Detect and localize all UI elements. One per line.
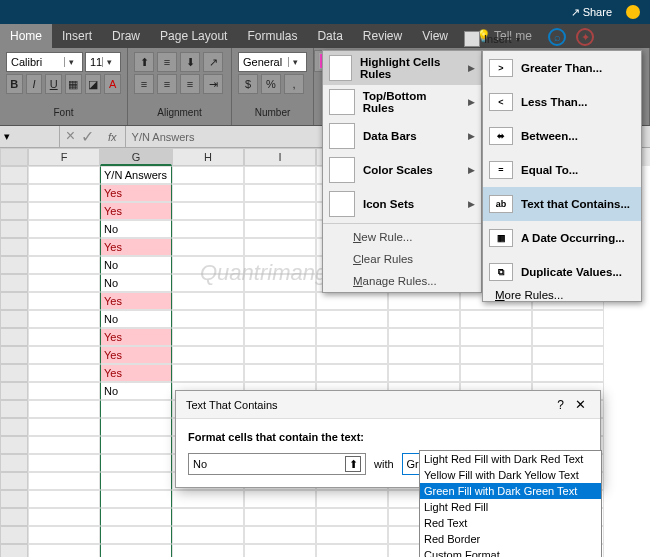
cell[interactable] [28,526,100,544]
row-header[interactable] [0,202,28,220]
row-header[interactable] [0,400,28,418]
cf-menu-item[interactable]: Top/Bottom Rules▶ [323,85,481,119]
row-header[interactable] [0,526,28,544]
highlight-rule-item[interactable]: ⧉Duplicate Values... [483,255,641,289]
cell[interactable] [172,202,244,220]
cf-menu-item[interactable]: Color Scales▶ [323,153,481,187]
cell[interactable] [388,328,460,346]
tab-home[interactable]: Home [0,24,52,48]
format-option[interactable]: Green Fill with Dark Green Text [420,483,601,499]
cell[interactable] [244,184,316,202]
cell[interactable] [28,364,100,382]
cell[interactable] [100,508,172,526]
cell[interactable] [100,526,172,544]
italic-button[interactable]: I [26,74,43,94]
align-left-button[interactable]: ≡ [134,74,154,94]
row-header[interactable] [0,508,28,526]
cell[interactable] [28,544,100,557]
row-header[interactable] [0,328,28,346]
more-rules-item[interactable]: More Rules... [483,289,641,301]
fill-color-button[interactable]: ◪ [85,74,102,94]
highlight-rule-item[interactable]: abText that Contains... [483,187,641,221]
cell[interactable] [28,472,100,490]
format-option[interactable]: Yellow Fill with Dark Yellow Text [420,467,601,483]
cell[interactable] [244,274,316,292]
cell[interactable] [244,544,316,557]
column-header[interactable]: G [100,148,172,166]
cell[interactable]: Yes [100,238,172,256]
cell[interactable] [244,256,316,274]
cell[interactable] [316,328,388,346]
cell[interactable] [244,346,316,364]
orientation-button[interactable]: ↗ [203,52,223,72]
format-option[interactable]: Light Red Fill [420,499,601,515]
comma-button[interactable]: , [284,74,304,94]
cell[interactable] [28,382,100,400]
cell[interactable] [316,544,388,557]
cell[interactable] [316,310,388,328]
cell[interactable] [316,526,388,544]
cell[interactable] [28,184,100,202]
cf-menu-action[interactable]: Clear Rules [323,248,481,270]
cell[interactable] [388,364,460,382]
percent-button[interactable]: % [261,74,281,94]
cell[interactable] [244,364,316,382]
cell[interactable] [244,202,316,220]
cell[interactable] [28,238,100,256]
cell[interactable] [172,166,244,184]
highlight-rule-item[interactable]: =Equal To... [483,153,641,187]
cell[interactable] [172,508,244,526]
column-header[interactable]: H [172,148,244,166]
cell[interactable] [532,346,604,364]
row-header[interactable] [0,166,28,184]
row-header[interactable] [0,436,28,454]
dialog-close-button[interactable]: ✕ [571,397,590,412]
cell[interactable] [100,472,172,490]
cancel-icon[interactable]: × [66,127,75,146]
cell[interactable] [244,292,316,310]
cell[interactable] [460,364,532,382]
dialog-help-button[interactable]: ? [553,398,568,412]
row-header[interactable] [0,418,28,436]
font-size-selector[interactable]: 11▾ [85,52,121,72]
cell[interactable]: Yes [100,346,172,364]
share-button[interactable]: ↗ Share [571,6,612,19]
cell[interactable]: No [100,274,172,292]
cell[interactable] [244,508,316,526]
cell[interactable] [172,310,244,328]
cf-menu-action[interactable]: Manage Rules... [323,270,481,292]
tab-formulas[interactable]: Formulas [237,24,307,48]
format-option[interactable]: Custom Format... [420,547,601,557]
cf-menu-item[interactable]: Data Bars▶ [323,119,481,153]
row-header[interactable] [0,544,28,557]
cell[interactable] [316,292,388,310]
feedback-smile-icon[interactable] [626,5,640,19]
cell[interactable] [532,310,604,328]
underline-button[interactable]: U [45,74,62,94]
cell[interactable] [100,544,172,557]
number-format-selector[interactable]: General▾ [238,52,307,72]
row-header[interactable] [0,364,28,382]
row-header[interactable] [0,382,28,400]
row-header[interactable] [0,346,28,364]
cell[interactable] [28,418,100,436]
cell[interactable] [388,292,460,310]
range-picker-icon[interactable]: ⬆ [345,456,361,472]
row-header[interactable] [0,310,28,328]
cf-menu-item[interactable]: Highlight Cells Rules▶ [323,51,481,85]
cell[interactable]: No [100,310,172,328]
insert-cells-button[interactable]: Insert ▾ [464,28,520,50]
cell[interactable] [28,310,100,328]
cell[interactable] [244,166,316,184]
cf-menu-item[interactable]: Icon Sets▶ [323,187,481,221]
cell[interactable] [460,310,532,328]
cell[interactable] [28,508,100,526]
highlight-rule-item[interactable]: ▦A Date Occurring... [483,221,641,255]
cell[interactable] [460,328,532,346]
cell[interactable] [100,400,172,418]
confirm-icon[interactable]: ✓ [81,127,94,146]
cell[interactable]: No [100,382,172,400]
cell[interactable] [172,490,244,508]
cell[interactable] [244,238,316,256]
cell[interactable] [388,346,460,364]
